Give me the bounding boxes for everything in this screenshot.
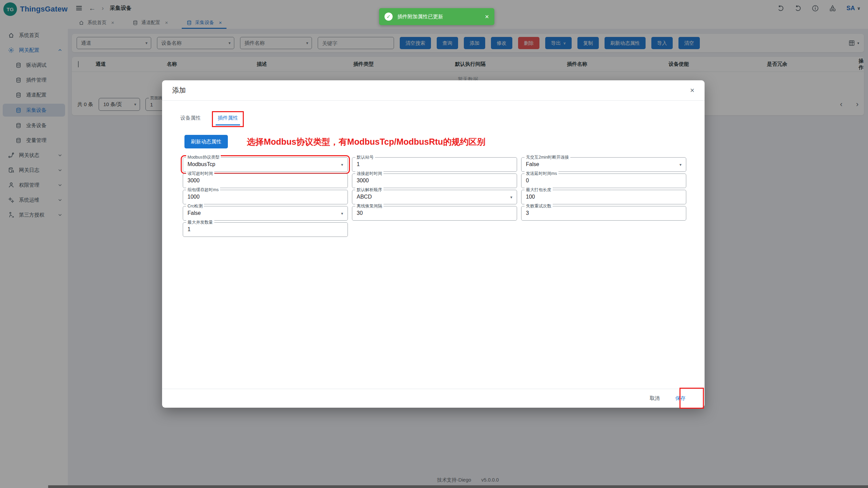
caret-down-icon: ▾ (510, 195, 512, 200)
app-root: TG ThingsGateway 系统首页 网关配置 驱动调试 插件管理 (0, 0, 868, 488)
field-pack-cache-timeout[interactable]: 组包缓存超时ms 1000 (183, 190, 348, 204)
modal-header: 添加 × (162, 80, 705, 101)
toast-message: 插件附加属性已更新 (397, 14, 443, 20)
field-value: 1 (352, 158, 517, 171)
modal-title: 添加 (172, 86, 186, 95)
check-circle-icon: ✓ (384, 13, 393, 21)
caret-down-icon: ▾ (341, 162, 343, 167)
field-disconnect-when-idle[interactable]: 无交互2min时断开连接 False ▾ (521, 157, 686, 172)
field-modbus-protocol-type[interactable]: Modbus协议类型 ModbusTcp ▾ (183, 157, 348, 172)
field-crc-check[interactable]: Crc检测 False ▾ (183, 206, 348, 221)
field-send-delay[interactable]: 发送延时时间ms 0 (521, 174, 686, 188)
add-device-modal: 添加 × 设备属性 插件属性 刷新动态属性 选择Modbus协议类型，有Modb… (162, 80, 705, 408)
field-label: 失败重试次数 (525, 203, 553, 209)
field-connect-timeout[interactable]: 连接超时时间 3000 (352, 174, 517, 188)
field-fail-retry-count[interactable]: 失败重试次数 3 (521, 206, 686, 221)
tab-plugin-props[interactable]: 插件属性 (214, 113, 242, 125)
field-label: 默认站号 (355, 155, 375, 160)
field-label: 连接超时时间 (355, 171, 383, 176)
field-label: 默认解析顺序 (355, 187, 383, 192)
field-max-concurrency[interactable]: 最大并发数量 1 (183, 222, 348, 237)
modal-tabs: 设备属性 插件属性 (162, 101, 705, 125)
toast-close-icon[interactable]: × (485, 13, 489, 21)
field-label: 组包缓存超时ms (186, 187, 220, 192)
plugin-props-form: Modbus协议类型 ModbusTcp ▾ 默认站号 1 无交互2min时断开… (183, 157, 705, 237)
field-parse-order[interactable]: 默认解析顺序 ABCD ▾ (352, 190, 517, 204)
field-value: False (183, 206, 348, 220)
caret-down-icon: ▾ (679, 162, 682, 167)
field-label: 发送延时时间ms (525, 171, 558, 176)
field-offline-recover-interval[interactable]: 离线恢复间隔 30 (352, 206, 517, 221)
annotation-text: 选择Modbus协议类型，有ModbusTcp/ModbusRtu的规约区别 (247, 136, 486, 147)
modal-refresh-dynamic-props-button[interactable]: 刷新动态属性 (184, 135, 228, 148)
modal-footer: 取消 保存 (162, 389, 705, 408)
field-default-station[interactable]: 默认站号 1 (352, 157, 517, 172)
field-label: Modbus协议类型 (186, 155, 221, 160)
field-label: 离线恢复间隔 (355, 203, 383, 209)
field-label: 最大打包长度 (525, 187, 553, 192)
save-button[interactable]: 保存 (675, 395, 686, 402)
tab-device-props[interactable]: 设备属性 (176, 113, 205, 125)
cancel-button[interactable]: 取消 (650, 395, 660, 402)
modal-close-icon[interactable]: × (690, 86, 694, 95)
field-label: 无交互2min时断开连接 (525, 155, 570, 160)
modal-tool-row: 刷新动态属性 选择Modbus协议类型，有ModbusTcp/ModbusRtu… (184, 135, 705, 148)
caret-down-icon: ▾ (341, 211, 343, 216)
field-label: Crc检测 (186, 203, 204, 209)
field-label: 最大并发数量 (186, 220, 214, 225)
field-rw-timeout[interactable]: 读写超时时间 3000 (183, 174, 348, 188)
field-label: 读写超时时间 (186, 171, 214, 176)
field-max-pack-length[interactable]: 最大打包长度 100 (521, 190, 686, 204)
success-toast: ✓ 插件附加属性已更新 × (379, 8, 494, 25)
